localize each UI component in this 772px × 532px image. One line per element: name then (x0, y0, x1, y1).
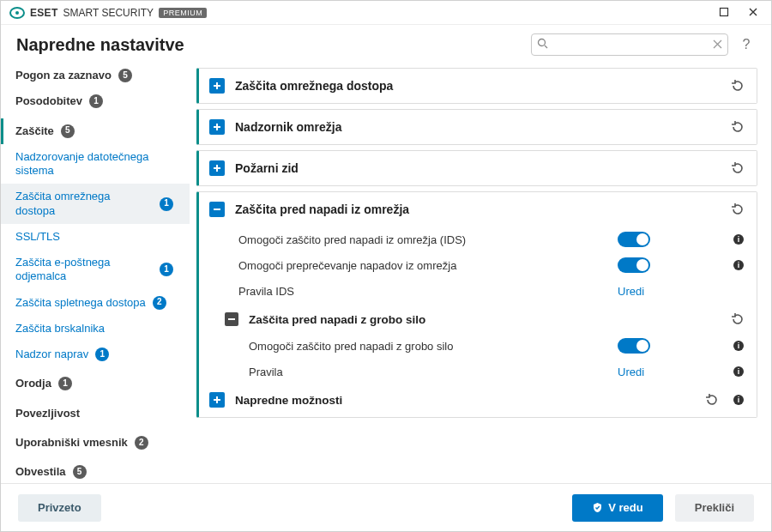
sidebar-item-label: Povezljivost (15, 407, 80, 420)
search-box[interactable] (531, 33, 728, 56)
panel-network-access: Zaščita omrežnega dostopa (196, 68, 757, 104)
sidebar-item-detection-engine[interactable]: Pogon za zaznavo 5 (1, 63, 190, 88)
sidebar-item-browser-protection[interactable]: Zaščita brskalnika (1, 316, 190, 342)
sidebar-item-ui[interactable]: Uporabniški vmesnik 2 (1, 430, 190, 456)
info-icon[interactable]: i (731, 257, 746, 273)
count-badge: 2 (153, 296, 166, 310)
titlebar: ESET SMART SECURITY PREMIUM (1, 1, 771, 25)
setting-bruteforce-rules: Pravila Uredi i (199, 359, 757, 384)
toggle-enable-bruteforce[interactable] (618, 338, 650, 354)
count-badge: 1 (160, 197, 173, 211)
info-icon[interactable]: i (731, 364, 746, 379)
clear-search-icon[interactable] (713, 37, 722, 52)
window-close-button[interactable] (739, 1, 768, 25)
search-input[interactable] (553, 38, 708, 51)
revert-icon[interactable] (703, 391, 721, 408)
count-badge: 1 (95, 348, 109, 361)
count-badge: 2 (135, 436, 148, 450)
square-icon (719, 5, 729, 21)
collapse-icon[interactable] (225, 312, 238, 326)
brand-product: SMART SECURITY (63, 7, 154, 19)
button-label: Privzeto (38, 501, 81, 514)
panel-header[interactable]: Požarni zid (199, 151, 757, 185)
sidebar-item-notifications[interactable]: Obvestila 5 (1, 459, 190, 483)
revert-icon[interactable] (729, 77, 746, 94)
search-icon (537, 37, 548, 52)
sidebar-item-device-control[interactable]: Nadzor naprav 1 (1, 342, 190, 367)
setting-label: Omogoči preprečevanje napadov iz omrežja (238, 259, 607, 272)
count-badge: 1 (58, 377, 72, 390)
sidebar-item-filesystem-monitor[interactable]: Nadzorovanje datotečnega sistema (1, 144, 190, 184)
sidebar-item-connectivity[interactable]: Povezljivost (1, 401, 190, 426)
info-icon[interactable]: i (731, 338, 746, 354)
sidebar-item-label: SSL/TLS (15, 230, 60, 244)
svg-text:i: i (738, 367, 740, 376)
page-title: Napredne nastavitve (16, 35, 184, 55)
sidebar-item-tools[interactable]: Orodja 1 (1, 371, 190, 396)
brand: ESET SMART SECURITY PREMIUM (9, 7, 207, 19)
button-label: Prekliči (695, 501, 734, 514)
help-button[interactable]: ? (737, 37, 756, 52)
revert-icon[interactable] (729, 160, 746, 177)
subpanel-advanced-options[interactable]: Napredne možnosti i (199, 384, 757, 417)
subpanel-title: Napredne možnosti (235, 394, 693, 407)
panel-header[interactable]: Zaščita pred napadi iz omrežja (199, 192, 757, 227)
revert-icon[interactable] (729, 118, 746, 136)
setting-ids-rules: Pravila IDS Uredi (199, 278, 757, 304)
edit-link[interactable]: Uredi (618, 366, 721, 378)
sidebar-item-label: Nadzor naprav (15, 348, 88, 361)
sidebar-item-label: Obvestila (15, 465, 66, 479)
panel-title: Požarni zid (235, 161, 719, 175)
panel-network-inspector: Nadzornik omrežja (196, 109, 757, 145)
setting-label: Pravila IDS (238, 285, 607, 298)
revert-icon[interactable] (729, 311, 746, 328)
svg-text:i: i (738, 342, 740, 350)
brand-eset: ESET (30, 7, 58, 19)
ok-button[interactable]: V redu (572, 494, 662, 522)
toggle-enable-ids[interactable] (618, 232, 650, 247)
expand-icon[interactable] (209, 119, 225, 135)
sidebar-item-label: Zaščite (15, 124, 54, 138)
svg-text:i: i (738, 396, 740, 404)
count-badge: 1 (160, 263, 173, 276)
svg-text:i: i (738, 261, 740, 269)
count-badge: 5 (73, 465, 87, 479)
expand-icon[interactable] (209, 392, 225, 408)
header: Napredne nastavitve ? (1, 25, 771, 63)
panel-title: Zaščita pred napadi iz omrežja (235, 203, 719, 216)
revert-icon[interactable] (729, 201, 746, 218)
footer: Privzeto V redu Prekliči (1, 483, 771, 531)
sidebar: Pogon za zaznavo 5 Posodobitev 1 Zaščite… (1, 63, 190, 483)
edit-link[interactable]: Uredi (618, 285, 721, 298)
panel-header[interactable]: Zaščita omrežnega dostopa (199, 69, 757, 103)
sidebar-item-label: Zaščita omrežnega dostopa (15, 190, 153, 218)
subpanel-brute-force[interactable]: Zaščita pred napadi z grobo silo (199, 304, 757, 333)
sidebar-item-protections[interactable]: Zaščite 5 (1, 118, 190, 144)
sidebar-item-update[interactable]: Posodobitev 1 (1, 88, 190, 114)
expand-icon[interactable] (209, 78, 225, 94)
default-button[interactable]: Privzeto (18, 494, 101, 522)
collapse-icon[interactable] (209, 202, 225, 217)
panel-network-attack-protection: Zaščita pred napadi iz omrežja Omogoči z… (196, 191, 757, 418)
setting-enable-bruteforce: Omogoči zaščito pred napadi z grobo silo… (199, 333, 757, 359)
setting-label: Pravila (249, 366, 607, 378)
toggle-enable-prevent[interactable] (618, 257, 650, 273)
sidebar-item-web-protection[interactable]: Zaščita spletnega dostopa 2 (1, 290, 190, 316)
svg-point-3 (539, 39, 546, 46)
info-icon[interactable]: i (731, 232, 746, 247)
sidebar-item-label: Posodobitev (15, 94, 82, 108)
close-icon (748, 5, 758, 21)
sidebar-item-network-access-protection[interactable]: Zaščita omrežnega dostopa 1 (1, 184, 190, 224)
info-icon[interactable]: i (731, 392, 746, 408)
panel-header[interactable]: Nadzornik omrežja (199, 110, 757, 144)
svg-text:i: i (738, 235, 740, 244)
expand-icon[interactable] (209, 160, 225, 176)
count-badge: 1 (89, 94, 103, 108)
sidebar-item-email-protection[interactable]: Zaščita e-poštnega odjemalca 1 (1, 250, 190, 290)
eset-logo-icon (9, 7, 25, 19)
cancel-button[interactable]: Prekliči (675, 494, 754, 522)
help-icon: ? (743, 37, 751, 51)
sidebar-item-ssl-tls[interactable]: SSL/TLS (1, 224, 190, 250)
window-maximize-button[interactable] (709, 1, 739, 25)
svg-point-1 (15, 11, 19, 15)
